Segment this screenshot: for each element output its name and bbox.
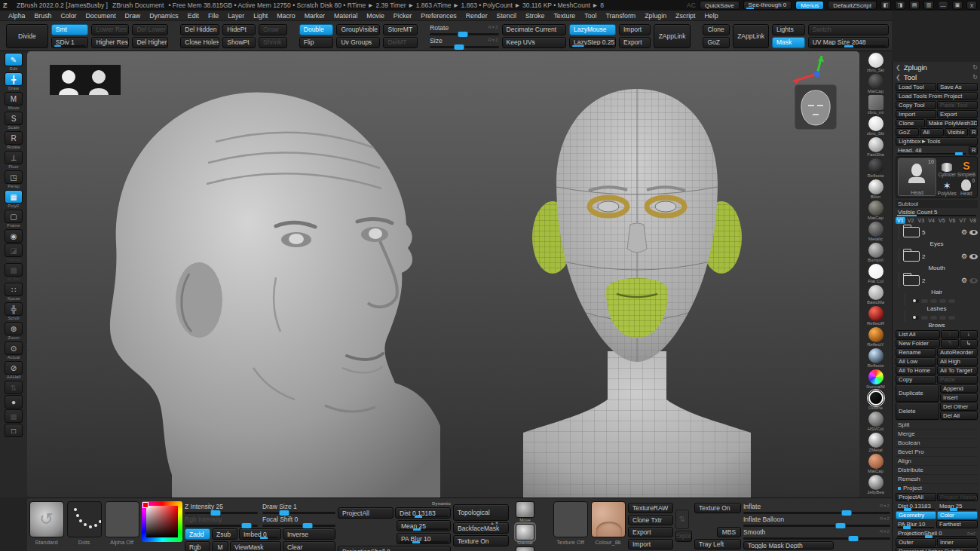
divide-button[interactable]: Divide xyxy=(6,24,48,48)
gear-icon[interactable]: ⚙ xyxy=(961,277,967,284)
menu-item[interactable]: Macro xyxy=(273,11,299,20)
menu-item[interactable]: Layer xyxy=(224,11,248,20)
showpt-button[interactable]: ShowPt xyxy=(222,37,256,48)
material-item[interactable]: Outline xyxy=(861,390,891,411)
left-shelf-button[interactable]: ▢ Frame xyxy=(3,210,24,228)
inflate-balloon-slider[interactable]: Inflate BalloonR▾Z xyxy=(743,516,890,527)
del-other-button[interactable]: Del Other xyxy=(940,403,978,411)
inflate-slider[interactable]: InflateR▾Z xyxy=(743,503,890,514)
restore-config-icon[interactable]: ↻ xyxy=(972,74,978,81)
shrink-button[interactable]: Shrink xyxy=(259,37,287,48)
material-item[interactable]: MatCap xyxy=(861,454,891,474)
tool-header[interactable]: ❮ Tool ↻ xyxy=(896,72,978,82)
defaultzscript-button[interactable]: DefaultZScript xyxy=(828,1,877,10)
view-tab[interactable]: V4 xyxy=(926,217,936,224)
left-shelf-button[interactable]: ▦ xyxy=(3,409,24,423)
goz-all-button[interactable]: All xyxy=(920,128,943,136)
color-picker[interactable] xyxy=(142,501,182,542)
pa-blur-slider[interactable]: PA Blur 10 xyxy=(397,533,451,544)
draw-size-slider[interactable]: Draw Size 1 xyxy=(262,503,335,514)
window-minimize-button[interactable]: — xyxy=(938,1,948,10)
menu-item[interactable]: Render xyxy=(462,11,492,20)
import-button[interactable]: Import xyxy=(619,24,651,35)
left-shelf-button[interactable]: ⊙ Actual xyxy=(3,341,24,360)
all-to-target-button[interactable]: All To Target xyxy=(937,366,978,375)
insert-button[interactable]: Insert xyxy=(940,393,978,402)
divider-toggle-left-icon[interactable]: ◧ xyxy=(880,1,891,10)
clone-button[interactable]: Clone xyxy=(703,24,730,35)
move-down-button[interactable]: ↓ xyxy=(960,330,978,338)
paste-tool-button[interactable]: Paste Tool xyxy=(937,101,978,109)
tray-collapse-handle[interactable]: ▲▼ xyxy=(488,522,501,525)
left-shelf-button[interactable]: ✎ Edit xyxy=(3,53,24,72)
brush-thumbnail[interactable]: ZRemes xyxy=(515,546,535,551)
material-item[interactable]: BumpVi xyxy=(861,243,891,263)
lights-button[interactable]: Lights xyxy=(772,24,805,35)
restore-config-icon[interactable]: ↻ xyxy=(972,64,978,71)
left-shelf-button[interactable]: ╬ Scroll xyxy=(3,302,24,321)
export-button[interactable]: Export xyxy=(619,37,651,48)
outer-button[interactable]: Outer xyxy=(896,538,936,546)
left-shelf-button[interactable]: ◳ Persp xyxy=(3,170,24,189)
clear-button[interactable]: Clear xyxy=(283,541,335,551)
left-shelf-button[interactable]: ● xyxy=(3,395,24,409)
window-close-button[interactable]: X xyxy=(966,1,977,10)
menu-item[interactable]: Alpha xyxy=(5,11,29,20)
tool-thumb-head2[interactable]: 0Head xyxy=(957,178,975,196)
subtool-folder-row[interactable]: 2 ⚙ xyxy=(896,248,978,265)
current-tool-thumbnail[interactable]: 10 Head xyxy=(898,158,936,196)
goz-button[interactable]: GoZ xyxy=(703,37,730,48)
subtool-item-toggles[interactable] xyxy=(896,313,978,322)
move-out-button[interactable]: ↰ xyxy=(941,339,959,347)
tool-name-slider[interactable]: Head. 48 xyxy=(896,146,968,155)
topological-button[interactable]: Topological xyxy=(453,504,509,521)
switch-button[interactable]: Switch xyxy=(808,24,889,35)
eye-visibility-icon[interactable] xyxy=(969,230,978,235)
clone-button[interactable]: Clone xyxy=(896,119,925,127)
projectionshell-slider[interactable]: ProjectionShell 0R▾Z xyxy=(896,529,978,537)
tool-thumb-cylinder[interactable]: Cylinder xyxy=(938,158,957,177)
higher-res-button[interactable]: Higher Res xyxy=(91,37,129,48)
tool-thumb-polymesh[interactable]: ✶PolyMes xyxy=(938,178,957,196)
project-geometry-button[interactable]: Geometry xyxy=(896,511,936,519)
pa-blur-slider[interactable]: PA Blur 10 xyxy=(896,520,936,528)
menu-item[interactable]: Texture xyxy=(550,11,579,20)
reproject-higher-subdiv-button[interactable]: Reproject Higher Subdiv xyxy=(896,547,978,551)
z-intensity-slider[interactable]: Z Intensity 25 xyxy=(185,503,258,514)
current-color-swatch[interactable] xyxy=(142,502,149,508)
material-item[interactable]: MatCap xyxy=(861,201,891,221)
menu-item[interactable]: Document xyxy=(82,11,120,20)
double-button[interactable]: Double xyxy=(299,24,334,35)
uv-groups-button[interactable]: Uv Groups xyxy=(336,37,380,48)
left-shelf-button[interactable]: ◪ Transp xyxy=(3,243,24,262)
section-header[interactable]: Bevel Pro xyxy=(896,447,978,456)
flip-button[interactable]: Flip xyxy=(299,37,334,48)
section-header[interactable]: Distribute xyxy=(896,465,978,474)
texture-import-button[interactable]: Import xyxy=(628,539,673,549)
menu-item[interactable]: File xyxy=(204,11,222,20)
material-item[interactable]: zbro_Ski xyxy=(861,116,891,136)
left-shelf-button[interactable]: ⊥ Floor xyxy=(3,151,24,170)
menu-item[interactable]: Stencil xyxy=(493,11,520,20)
menu-item[interactable]: Transform xyxy=(602,11,639,20)
colour-8k-thumbnail[interactable]: Colour_8k xyxy=(590,501,626,549)
section-header[interactable]: Remesh xyxy=(896,474,978,483)
new-folder-button[interactable]: New Folder xyxy=(896,339,940,347)
saturation-value-square[interactable] xyxy=(146,506,178,537)
menu-item[interactable]: Tool xyxy=(580,11,600,20)
save-as-button[interactable]: Save As xyxy=(937,83,978,91)
menu-item[interactable]: Light xyxy=(250,11,271,20)
menu-item[interactable]: Material xyxy=(330,11,361,20)
material-item[interactable]: HSVCol xyxy=(861,412,891,432)
eye-visibility-icon[interactable] xyxy=(969,254,978,259)
rgb-button[interactable]: Rgb xyxy=(185,541,210,551)
menu-item[interactable]: Preferences xyxy=(417,11,460,20)
menu-item[interactable]: Zscript xyxy=(672,11,699,20)
del-higher-button[interactable]: Del Higher xyxy=(132,37,168,48)
texture-on-toggle-button[interactable]: Texture On xyxy=(694,503,741,513)
import-button[interactable]: Import xyxy=(896,110,936,118)
menu-item[interactable]: Marker xyxy=(301,11,329,20)
view-tab[interactable]: V6 xyxy=(948,217,957,224)
decimate-current-button[interactable]: Decimate Current xyxy=(502,24,566,35)
export-button[interactable]: Export xyxy=(937,110,978,118)
